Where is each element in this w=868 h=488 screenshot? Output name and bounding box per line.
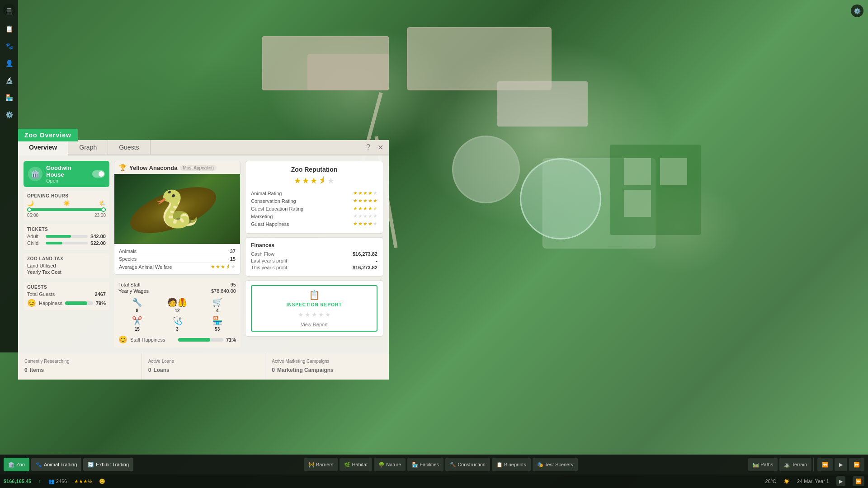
top-right-controls: ⚙️	[851, 5, 863, 17]
rep-star-5: ★	[327, 176, 335, 186]
sidebar-icon-clipboard[interactable]: 📋	[2, 22, 16, 36]
welfare-row: Average Animal Welfare ★ ★ ★ ⯨ ★	[119, 263, 236, 271]
animal-photo[interactable]	[114, 174, 240, 244]
marketing-rating-row: Marketing ★ ★ ★ ★ ★	[251, 213, 377, 219]
close-icon[interactable]: ✕	[376, 142, 385, 153]
animal-card[interactable]: 🏆 Yellow Anaconda Most Appealing Animals…	[114, 161, 241, 275]
child-ticket-bar[interactable]	[46, 242, 88, 244]
adult-ticket-bar[interactable]	[46, 235, 88, 238]
staff-happiness-bar	[178, 338, 223, 342]
sidebar-icon-settings[interactable]: ⚙️	[2, 108, 16, 122]
marketing-rating-stars: ★ ★ ★ ★ ★	[353, 213, 377, 219]
zoo-name-card[interactable]: 🏛️ Goodwin House Open	[24, 161, 109, 187]
staff-medics[interactable]: 🩺 3	[159, 316, 196, 332]
sidebar-icon-research[interactable]: 🔬	[2, 73, 16, 88]
tabs-bar: Overview Graph Guests ? ✕	[18, 140, 389, 155]
adult-ticket-row: Adult $42.00	[27, 234, 106, 239]
zoo-overview-label: Zoo Overview	[18, 129, 78, 141]
animal-rating-label: Animal Rating	[251, 191, 353, 196]
staff-happy-icon: 😊	[118, 335, 127, 344]
tab-overview[interactable]: Overview	[18, 140, 68, 155]
cash-flow-label: Cash Flow	[251, 251, 274, 257]
staff-mechanics[interactable]: 🔧 8	[118, 297, 156, 313]
animal-stats: Animals 37 Species 15 Average Animal Wel…	[114, 244, 240, 274]
opening-hours-section: OPENING HOURS 🌙 ☀️ 🌤️ 05:00 23:00	[24, 191, 109, 221]
settings-icon[interactable]: ⚙️	[851, 5, 863, 17]
security-icon: ✂️	[132, 316, 142, 326]
nature-tool[interactable]: 🌳 Nature	[374, 458, 406, 471]
exhibit-trading-label: Exhibit Trading	[96, 462, 129, 467]
zoo-open-toggle[interactable]	[92, 170, 105, 178]
species-row: Species 15	[119, 255, 236, 263]
zoo-logo-icon: 🏛️	[28, 167, 42, 181]
sidebar-icon-staff[interactable]: 👤	[2, 56, 16, 70]
education-rating-row: Guest Education Rating ★ ★ ★ ★ ★	[251, 206, 377, 211]
keepers-count: 12	[175, 308, 179, 313]
close-time: 23:00	[94, 213, 106, 218]
loans-summary[interactable]: Active Loans 0 Loans	[142, 353, 266, 380]
sidebar-icon-facilities[interactable]: 🏪	[2, 90, 16, 105]
view-report-link[interactable]: View Report	[301, 322, 328, 327]
tab-graph[interactable]: Graph	[68, 140, 108, 155]
main-panel: Overview Graph Guests ? ✕ 🏛️ Goodwin Hou…	[18, 140, 389, 380]
test-scenery-tool[interactable]: 🎭 Test Scenery	[533, 458, 578, 471]
medics-count: 3	[176, 327, 179, 332]
hours-slider-end[interactable]	[101, 207, 106, 212]
total-guests-label: Total Guests	[27, 291, 95, 297]
animal-trading-button[interactable]: 🐾 Animal Trading	[31, 458, 81, 471]
cash-flow-row: Cash Flow $16,273.82	[251, 251, 377, 257]
habitat-tool[interactable]: 🌿 Habitat	[340, 458, 372, 471]
construction-tool[interactable]: 🔨 Construction	[445, 458, 490, 471]
research-summary[interactable]: Currently Researching 0 Items	[18, 353, 142, 380]
education-rating-label: Guest Education Rating	[251, 206, 353, 211]
marketing-value: 0 Marketing Campaigns	[272, 365, 382, 374]
tab-guests[interactable]: Guests	[108, 140, 150, 155]
speed-control-2[interactable]: ⏩	[853, 476, 864, 486]
marketing-summary[interactable]: Active Marketing Campaigns 0 Marketing C…	[265, 353, 389, 380]
help-icon[interactable]: ?	[364, 142, 372, 152]
happy-face-icon: 😊	[27, 299, 36, 307]
welfare-stars: ★ ★ ★ ⯨ ★	[211, 264, 236, 270]
wages-row: Yearly Wages $78,840.00	[118, 288, 236, 294]
menu-icon[interactable]: ☰	[3, 4, 15, 16]
inspection-icon: 📋	[309, 290, 320, 300]
play-button[interactable]: ▶	[835, 458, 847, 471]
insp-star-1: ★	[298, 311, 304, 318]
terrain-tool[interactable]: ⛰️ Terrain	[779, 458, 811, 471]
hours-slider-track[interactable]	[27, 208, 106, 211]
moon-sun-icon: 🌤️	[99, 200, 106, 206]
exhibit-trading-button[interactable]: 🔄 Exhibit Trading	[83, 458, 133, 471]
paths-tool[interactable]: 🛤️ Paths	[748, 458, 778, 471]
rep-star-3: ★	[310, 176, 317, 186]
animal-trading-icon: 🐾	[36, 462, 42, 468]
moon-icon: 🌙	[27, 200, 34, 206]
hours-slider-start[interactable]	[27, 207, 32, 212]
fast-forward-button[interactable]: ⏩	[849, 458, 864, 471]
staff-keepers[interactable]: 🧑‍🦺 12	[159, 297, 196, 313]
animal-rating-stars: ★ ★ ★ ★ ★	[353, 190, 377, 196]
happiness-fill	[65, 301, 87, 305]
rewind-button[interactable]: ⏪	[817, 458, 833, 471]
right-column: Zoo Reputation ★ ★ ★ ⯨ ★ Animal Rating ★…	[245, 161, 383, 347]
sidebar-icon-animals[interactable]: 🐾	[2, 39, 16, 53]
construction-label: Construction	[458, 462, 486, 467]
loans-value: 0 Loans	[148, 365, 259, 374]
blueprints-tool[interactable]: 📋 Blueprints	[492, 458, 531, 471]
zoo-button[interactable]: 🏛️ Zoo	[4, 458, 29, 471]
species-label: Species	[119, 256, 137, 262]
staff-vendors[interactable]: 🛒 4	[198, 297, 236, 313]
staff-security[interactable]: ✂️ 15	[118, 316, 156, 332]
insp-star-2: ★	[305, 311, 311, 318]
facilities-tool[interactable]: 🏪 Facilities	[407, 458, 443, 471]
land-tax-label: ZOO LAND TAX	[27, 256, 106, 261]
staff-entertainers[interactable]: 🏪 53	[198, 316, 236, 332]
conservation-rating-stars: ★ ★ ★ ★ ★	[353, 198, 377, 204]
rep-star-half: ⯨	[318, 176, 326, 186]
construction-icon: 🔨	[450, 462, 456, 468]
barriers-tool[interactable]: 🚧 Barriers	[304, 458, 338, 471]
paths-label: Paths	[760, 462, 773, 467]
staff-happiness-row: 😊 Staff Happiness 71%	[118, 335, 236, 344]
total-guests-value: 2467	[95, 291, 106, 297]
speed-control-1[interactable]: ▶	[836, 476, 845, 486]
inspection-card[interactable]: 📋 INSPECTION REPORT ★ ★ ★ ★ ★ View Repor…	[251, 285, 377, 332]
